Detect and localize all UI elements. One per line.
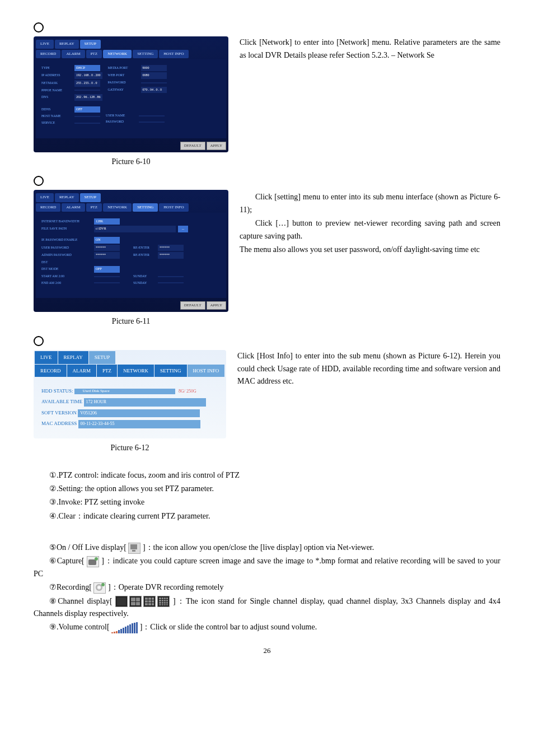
subtab2-alarm[interactable]: ALARM xyxy=(62,203,85,212)
label-type: TYPE xyxy=(41,66,72,71)
list-item-1: ①.PTZ control: indicate focus, zoom and … xyxy=(34,469,500,482)
default-button-2[interactable]: DEFAULT xyxy=(180,301,205,310)
label-adminpwd: ADMIN PASSWORD xyxy=(41,253,92,258)
label-dst: DST xyxy=(41,260,92,265)
setting-desc-3: The menu also allows you set user passwo… xyxy=(240,244,500,256)
value-hostname[interactable] xyxy=(74,116,100,117)
subtab3-ptz[interactable]: PTZ xyxy=(97,365,117,377)
value-filesave[interactable]: c:\DVR xyxy=(94,226,176,232)
value-mac: 00-11-22-33-44-55 xyxy=(78,420,200,428)
subtab3-network[interactable]: NETWORK xyxy=(118,365,154,377)
value-bandwidth[interactable]: 128K xyxy=(94,218,120,225)
hostinfo-panel: LIVE REPLAY SETUP RECORD ALARM PTZ NETWO… xyxy=(34,350,226,438)
label-pppoe: PPPOE NAME xyxy=(41,88,72,94)
subtab2-record[interactable]: RECORD xyxy=(36,203,60,212)
label-webport: WEB PORT xyxy=(108,73,139,78)
value-availtime: 172 HOUR xyxy=(84,398,206,407)
label-iepwd: IE PASSWORD ENABLE xyxy=(41,237,92,243)
value-password[interactable] xyxy=(141,82,167,83)
value-service[interactable] xyxy=(74,123,100,124)
apply-button[interactable]: APPLY xyxy=(207,142,226,150)
subtab-hostinfo[interactable]: HOST INFO xyxy=(159,50,188,58)
quad-channel-icon xyxy=(129,596,142,607)
tab3-setup[interactable]: SETUP xyxy=(89,351,116,363)
sixteen-channel-icon xyxy=(157,596,170,607)
value-userpwd[interactable]: ****** xyxy=(94,245,120,251)
label-reenter1: RE-ENTER xyxy=(133,245,156,251)
subtab-setting[interactable]: SETTING xyxy=(133,50,158,58)
subtab3-setting[interactable]: SETTING xyxy=(154,365,187,377)
value-ip[interactable]: 192 . 168 . 0 . 200 xyxy=(74,72,102,79)
label-dns: DNS xyxy=(41,95,72,100)
subtab-network[interactable]: NETWORK xyxy=(103,50,132,58)
value-mediaport[interactable]: 9000 xyxy=(141,65,167,72)
apply-button-2[interactable]: APPLY xyxy=(207,301,226,310)
label-hddstatus: HDD STATUS: xyxy=(41,388,73,394)
value-type[interactable]: DHCP xyxy=(74,65,100,72)
label-netmask: NETMASK xyxy=(41,81,72,86)
volume-control-icon xyxy=(111,622,138,633)
tab3-live[interactable]: LIVE xyxy=(35,351,58,363)
tab-setup[interactable]: SETUP xyxy=(80,40,101,48)
list-item-6: ⑥Capture[ ]：indicate you could capture s… xyxy=(34,555,500,580)
subtab3-hostinfo[interactable]: HOST INFO xyxy=(188,365,225,377)
value-sunday2[interactable] xyxy=(158,282,184,283)
live-display-icon xyxy=(128,543,140,554)
value-sunday1[interactable] xyxy=(158,276,184,277)
subtab-record[interactable]: RECORD xyxy=(36,50,60,58)
subtab2-setting[interactable]: SETTING xyxy=(133,203,158,212)
list-item-7: ⑦Recording[ ]：Operate DVR recording remo… xyxy=(34,581,500,594)
list-item-3: ③.Invoke: PTZ setting invoke xyxy=(34,496,500,508)
value-iepwd[interactable]: ON xyxy=(94,237,120,244)
single-channel-icon xyxy=(115,596,128,607)
label-mac: MAC ADDRESS xyxy=(41,421,77,426)
caption-6-10: Picture 6-10 xyxy=(34,156,228,168)
caption-6-11: Picture 6-11 xyxy=(34,315,228,328)
value-reenter1[interactable]: ****** xyxy=(158,245,184,251)
tab-replay[interactable]: REPLAY xyxy=(55,40,79,48)
subtab2-network[interactable]: NETWORK xyxy=(103,203,132,212)
value-username[interactable] xyxy=(139,115,165,116)
value-netmask[interactable]: 255 . 255 . 0 . 0 xyxy=(74,80,100,87)
page-number: 26 xyxy=(34,645,500,657)
value-pppoe[interactable] xyxy=(74,90,100,91)
tab2-replay[interactable]: REPLAY xyxy=(55,193,79,202)
value-adminpwd[interactable]: ****** xyxy=(94,252,120,259)
label-filesave: FILE SAVE PATH xyxy=(41,226,92,232)
value-dstmode[interactable]: OFF xyxy=(94,266,120,273)
value-webport[interactable]: 0080 xyxy=(141,72,167,79)
value-dns[interactable]: 202 . 96 . 128 . 86 xyxy=(74,94,102,101)
hostinfo-description: Click [Host Info] to enter into the sub … xyxy=(237,350,500,388)
subtab3-record[interactable]: RECORD xyxy=(35,365,67,377)
tab2-setup[interactable]: SETUP xyxy=(80,193,101,202)
browse-button[interactable]: ... xyxy=(178,226,188,232)
subtab2-ptz[interactable]: PTZ xyxy=(86,203,102,212)
subtab2-hostinfo[interactable]: HOST INFO xyxy=(159,203,188,212)
list-item-9: ⑨.Volume control[ ]：Click or slide the c… xyxy=(34,621,500,633)
value-start[interactable] xyxy=(94,276,120,277)
bullet-circle-2 xyxy=(34,176,44,186)
label-username: USER NAME xyxy=(106,113,137,119)
tab3-replay[interactable]: REPLAY xyxy=(58,351,88,363)
network-panel: LIVE REPLAY SETUP RECORD ALARM PTZ NETWO… xyxy=(34,36,228,152)
value-password2[interactable] xyxy=(139,122,165,123)
list-item-2: ②.Setting: the option allows you set PTZ… xyxy=(34,483,500,495)
hdd-bar-label: Used Disk Space xyxy=(83,388,110,394)
value-gateway[interactable]: 070 . 04 . 0 . 0 xyxy=(141,87,167,94)
subtab-alarm[interactable]: ALARM xyxy=(62,50,85,58)
label-mediaport: MEDIA PORT xyxy=(108,66,139,71)
subtab3-alarm[interactable]: ALARM xyxy=(67,365,97,377)
value-reenter2[interactable]: ****** xyxy=(158,252,184,259)
hdd-usage-bar: Used Disk Space xyxy=(74,389,175,394)
label-availtime: AVAILABLE TIME xyxy=(41,399,82,404)
subtab-ptz[interactable]: PTZ xyxy=(86,50,102,58)
default-button[interactable]: DEFAULT xyxy=(180,142,205,150)
network-description: Click [Network] to enter into [Network] … xyxy=(240,36,500,62)
label-sunday2: SUNDAY xyxy=(133,281,156,286)
value-end[interactable] xyxy=(94,282,120,283)
value-ddns[interactable]: OFF xyxy=(74,106,100,113)
tab-live[interactable]: LIVE xyxy=(36,40,54,48)
list-item-4: ④.Clear：indicate clearing current PTZ pa… xyxy=(34,510,500,522)
setting-desc-1: Click [setting] menu to enter into its s… xyxy=(240,191,500,216)
tab2-live[interactable]: LIVE xyxy=(36,193,54,202)
